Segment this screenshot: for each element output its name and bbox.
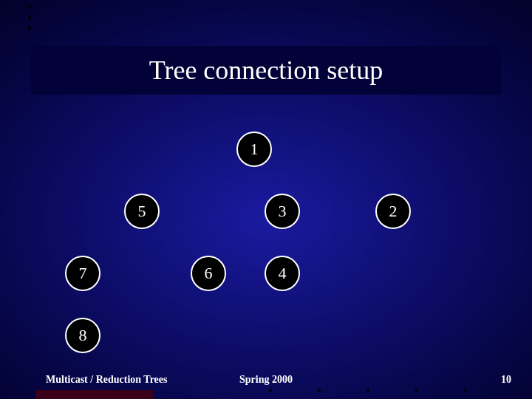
tree-node-6: 6: [191, 256, 226, 291]
tree-node-2: 2: [375, 194, 411, 229]
tree-node-4: 4: [265, 256, 300, 291]
decoration-dots-top-left: [28, 6, 31, 37]
title-bar: Tree connection setup: [31, 46, 501, 95]
tree-node-5: 5: [124, 194, 160, 229]
tree-node-1: 1: [236, 132, 272, 167]
tree-node-7: 7: [65, 256, 100, 291]
tree-node-3: 3: [265, 194, 300, 229]
footer-left: Multicast / Reduction Trees: [46, 374, 168, 386]
tree-node-8: 8: [65, 318, 100, 353]
slide-title: Tree connection setup: [149, 55, 383, 86]
decoration-dots-bottom-right: [223, 381, 504, 395]
decoration-bar: [35, 390, 154, 399]
